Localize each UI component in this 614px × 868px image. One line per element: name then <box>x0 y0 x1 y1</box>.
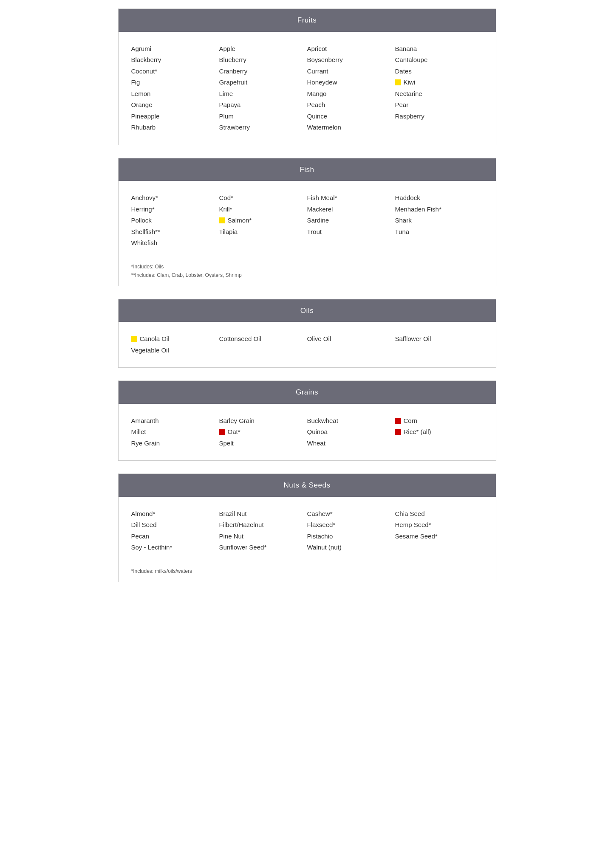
section-fruits: FruitsAgrumiBlackberryCoconut*FigLemonOr… <box>118 8 496 145</box>
item-label: Rhubarb <box>131 123 156 132</box>
fruits-column-0: AgrumiBlackberryCoconut*FigLemonOrangePi… <box>131 44 219 133</box>
list-item: Shellfish** <box>131 227 219 237</box>
list-item: Plum <box>219 111 307 122</box>
fish-column-3: HaddockMenhaden Fish*SharkTuna <box>395 193 483 248</box>
item-label: Mango <box>307 89 327 99</box>
yellow-marker-icon <box>219 217 225 223</box>
item-label: Wheat <box>307 439 325 448</box>
grains-column-0: AmaranthMilletRye Grain <box>131 416 219 449</box>
list-item: Mackerel <box>307 204 395 215</box>
list-item: Rye Grain <box>131 438 219 449</box>
item-label: Dates <box>395 67 412 76</box>
section-oils: OilsCanola OilVegetable OilCottonseed Oi… <box>118 299 496 368</box>
item-label: Cantaloupe <box>395 55 428 65</box>
list-item: Apple <box>219 44 307 54</box>
item-label: Amaranth <box>131 416 159 426</box>
red-marker-icon <box>395 418 401 424</box>
list-item: Spelt <box>219 438 307 449</box>
list-item: Millet <box>131 427 219 437</box>
item-label: Shark <box>395 216 412 225</box>
list-item: Cottonseed Oil <box>219 334 307 344</box>
fish-column-1: Cod*Krill*Salmon*Tilapia <box>219 193 307 248</box>
item-label: Currant <box>307 67 328 76</box>
list-item: Whitefish <box>131 238 219 248</box>
item-label: Trout <box>307 227 322 237</box>
list-item: Mango <box>307 89 395 99</box>
fish-header: Fish <box>119 158 496 181</box>
list-item: Pecan <box>131 531 219 542</box>
item-label: Anchovy* <box>131 193 158 203</box>
item-label: Lime <box>219 89 233 99</box>
item-label: Walnut (nut) <box>307 543 342 552</box>
list-item: Pear <box>395 100 483 110</box>
list-item: Peach <box>307 100 395 110</box>
list-item: Blackberry <box>131 55 219 65</box>
item-label: Canola Oil <box>140 334 170 344</box>
list-item: Tilapia <box>219 227 307 237</box>
item-label: Rice* (all) <box>404 427 431 437</box>
yellow-marker-icon <box>131 336 137 342</box>
list-item: Hemp Seed* <box>395 520 483 530</box>
list-item: Dates <box>395 66 483 77</box>
item-label: Cottonseed Oil <box>219 334 261 344</box>
list-item: Krill* <box>219 204 307 215</box>
item-label: Millet <box>131 427 146 437</box>
grains-column-3: CornRice* (all) <box>395 416 483 449</box>
page-wrapper: FruitsAgrumiBlackberryCoconut*FigLemonOr… <box>110 0 505 603</box>
footnote-text: *Includes: milks/oils/waters <box>131 567 483 575</box>
nuts-seeds-column-2: Cashew*Flaxseed*PistachioWalnut (nut) <box>307 509 395 553</box>
list-item: Strawberry <box>219 122 307 133</box>
item-label: Chia Seed <box>395 509 425 519</box>
list-item: Pineapple <box>131 111 219 122</box>
list-item: Chia Seed <box>395 509 483 519</box>
fruits-body: AgrumiBlackberryCoconut*FigLemonOrangePi… <box>119 32 496 145</box>
item-label: Sardine <box>307 216 329 225</box>
item-label: Honeydew <box>307 78 337 87</box>
item-label: Watermelon <box>307 123 341 132</box>
item-label: Pecan <box>131 532 150 541</box>
oils-body: Canola OilVegetable OilCottonseed OilOli… <box>119 322 496 367</box>
item-label: Blueberry <box>219 55 246 65</box>
list-item: Trout <box>307 227 395 237</box>
item-label: Dill Seed <box>131 520 157 530</box>
list-item: Orange <box>131 100 219 110</box>
item-label: Apricot <box>307 44 327 54</box>
oils-column-0: Canola OilVegetable Oil <box>131 334 219 355</box>
item-label: Apple <box>219 44 235 54</box>
list-item: Cod* <box>219 193 307 203</box>
item-label: Quince <box>307 112 328 121</box>
list-item: Walnut (nut) <box>307 542 395 553</box>
item-label: Whitefish <box>131 238 158 248</box>
item-label: Strawberry <box>219 123 250 132</box>
footnote-text: **Includes: Clam, Crab, Lobster, Oysters… <box>131 271 483 279</box>
list-item: Brazil Nut <box>219 509 307 519</box>
item-label: Almond* <box>131 509 156 519</box>
list-item: Banana <box>395 44 483 54</box>
item-label: Cranberry <box>219 67 248 76</box>
item-label: Safflower Oil <box>395 334 431 344</box>
fruits-column-3: BananaCantaloupeDatesKiwiNectarinePearRa… <box>395 44 483 133</box>
item-label: Lemon <box>131 89 151 99</box>
oils-column-2: Olive Oil <box>307 334 395 355</box>
list-item: Canola Oil <box>131 334 219 344</box>
list-item: Cantaloupe <box>395 55 483 65</box>
list-item: Agrumi <box>131 44 219 54</box>
item-label: Pollock <box>131 216 152 225</box>
oils-column-1: Cottonseed Oil <box>219 334 307 355</box>
list-item: Coconut* <box>131 66 219 77</box>
grains-header: Grains <box>119 381 496 404</box>
item-label: Buckwheat <box>307 416 338 426</box>
list-item: Lemon <box>131 89 219 99</box>
section-nuts-seeds: Nuts & SeedsAlmond*Dill SeedPecanSoy - L… <box>118 473 496 582</box>
item-label: Filbert/Hazelnut <box>219 520 264 530</box>
list-item: Haddock <box>395 193 483 203</box>
list-item: Quinoa <box>307 427 395 437</box>
item-label: Krill* <box>219 205 232 214</box>
list-item: Salmon* <box>219 215 307 226</box>
item-label: Spelt <box>219 439 234 448</box>
item-label: Rye Grain <box>131 439 160 448</box>
list-item: Lime <box>219 89 307 99</box>
list-item: Pine Nut <box>219 531 307 542</box>
red-marker-icon <box>395 429 401 435</box>
grains-column-1: Barley GrainOat*Spelt <box>219 416 307 449</box>
